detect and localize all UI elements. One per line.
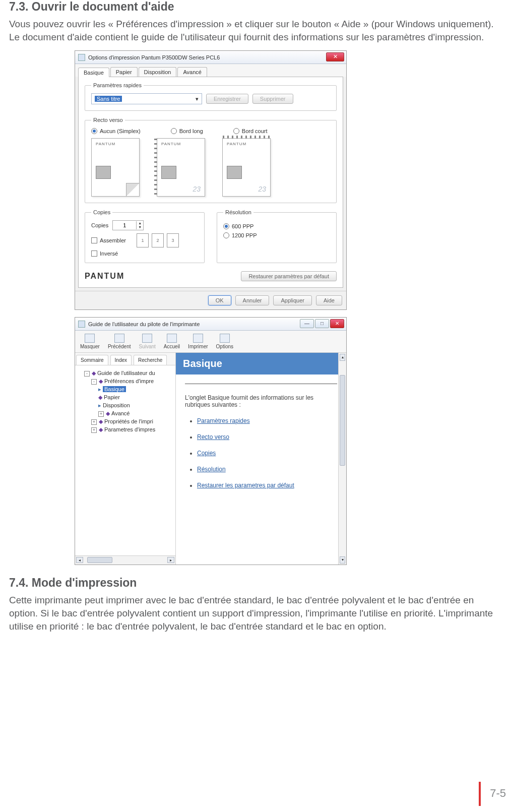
tree-params[interactable]: Parametres d'impres [104, 426, 155, 432]
radio-simplex-label: Aucun (Simplex) [100, 128, 141, 134]
copies-spinner[interactable]: ▲▼ [112, 220, 144, 230]
apply-button[interactable]: Appliquer [273, 295, 311, 305]
minimize-icon[interactable]: ― [300, 319, 314, 328]
ok-button[interactable]: OK [208, 295, 231, 305]
radio-short-label: Bord court [242, 128, 268, 134]
tab-papier[interactable]: Papier [110, 67, 138, 77]
navtab-search[interactable]: Recherche [134, 355, 167, 365]
tree-prefs[interactable]: Préférences d'impre [104, 378, 154, 384]
navtab-summary[interactable]: Sommaire [76, 355, 108, 365]
group-resolution: Résolution 600 PPP 1200 PPP [217, 209, 337, 263]
toolbar-back[interactable]: Précédent [108, 334, 131, 349]
page-number: 7-5 [479, 782, 506, 806]
cancel-button[interactable]: Annuler [235, 295, 270, 305]
link-restore-defaults[interactable]: Restaurer les parametres par défaut [197, 482, 294, 489]
radio-1200ppp[interactable]: 1200 PPP [223, 232, 330, 238]
hide-icon [85, 334, 95, 343]
tree-basique[interactable]: Basique [103, 386, 126, 392]
tree-disposition[interactable]: Disposition [103, 402, 130, 408]
heading-7-4: 7.4. Mode d'impression [9, 576, 502, 590]
checkbox-inverse[interactable]: Inversé [91, 251, 198, 257]
toolbar-hide[interactable]: Masquer [80, 334, 100, 349]
duplex-thumb-simplex [91, 138, 142, 197]
link-resolution[interactable]: Résolution [197, 466, 226, 473]
scroll-left-icon[interactable]: ◂ [76, 557, 83, 563]
group-duplex: Recto verso Aucun (Simplex) Bord long Bo… [85, 117, 337, 203]
tab-avance[interactable]: Avancé [177, 67, 207, 77]
divider [185, 384, 337, 384]
heading-7-3: 7.3. Ouvrir le document d'aide [9, 0, 502, 14]
scroll-thumb[interactable] [87, 557, 112, 563]
close-icon[interactable]: ✕ [330, 319, 344, 328]
restore-defaults-button[interactable]: Restaurer paramètres par défaut [241, 271, 337, 281]
content-vertical-scrollbar[interactable]: ▴ ▾ [338, 353, 346, 565]
tree-root[interactable]: Guide de l'utilisateur du [97, 370, 155, 376]
copies-input[interactable] [113, 221, 136, 230]
radio-short-edge[interactable]: Bord court [233, 128, 268, 134]
help-content-pane: Basique L'onglet Basique fournit des inf… [176, 353, 346, 565]
para-7-3: Vous pouvez ouvrir les « Préférences d'i… [9, 18, 502, 43]
book-icon: ◆ [99, 378, 103, 384]
tab-basique[interactable]: Basique [78, 68, 109, 77]
page-icon: ▸ [98, 402, 101, 408]
para-7-4: Cette imprimante peut imprimer avec le b… [9, 594, 502, 633]
delete-button[interactable]: Supprimer [252, 94, 293, 104]
brand-logo: PANTUM [85, 272, 124, 281]
save-button[interactable]: Enregistrer [206, 94, 248, 104]
toolbar-forward: Suivant [139, 334, 156, 349]
tab-disposition[interactable]: Disposition [139, 67, 177, 77]
toolbar-home[interactable]: Accueil [164, 334, 180, 349]
navtab-index[interactable]: Index [110, 355, 132, 365]
help-nav-pane: Sommaire Index Recherche -◆Guide de l'ut… [75, 353, 176, 565]
tree-horizontal-scrollbar[interactable]: ◂ ▸ [75, 555, 175, 565]
tree-papier[interactable]: Papier [104, 394, 120, 400]
toolbar-print[interactable]: Imprimer [188, 334, 208, 349]
toolbar-options[interactable]: Options [216, 334, 233, 349]
help-button[interactable]: Aide [316, 295, 342, 305]
scroll-up-icon[interactable]: ▴ [340, 354, 345, 361]
tab-panel-basique: Paramètres rapides Sans titre ▾ Enregist… [78, 77, 343, 288]
duplex-thumb-long: 23 [157, 138, 207, 197]
tree-toggle-icon[interactable]: + [98, 411, 104, 417]
link-recto-verso[interactable]: Recto verso [197, 433, 229, 441]
book-icon: ◆ [92, 370, 96, 376]
link-quick-settings[interactable]: Paramètres rapides [197, 417, 250, 424]
toolbar-home-label: Accueil [164, 344, 180, 349]
scroll-right-icon[interactable]: ▸ [167, 557, 174, 563]
options-icon [220, 334, 230, 343]
scroll-down-icon[interactable]: ▾ [340, 556, 345, 564]
help-titlebar[interactable]: Guide de l'utilisateur du pilote de l'im… [75, 318, 346, 331]
content-intro: L'onglet Basique fournit des information… [185, 394, 337, 408]
spin-up-icon[interactable]: ▲ [136, 221, 143, 225]
tree-props[interactable]: Propriétés de l'impri [104, 418, 153, 424]
chevron-down-icon: ▾ [196, 96, 199, 102]
tree-toggle-icon[interactable]: - [91, 379, 97, 385]
checkbox-assemble[interactable]: Assembler 123 [91, 233, 198, 247]
spin-down-icon[interactable]: ▼ [136, 225, 143, 229]
inverse-label: Inversé [100, 251, 118, 257]
tab-bar: Basique Papier Disposition Avancé [75, 64, 346, 77]
tree-toggle-icon[interactable]: - [84, 371, 90, 377]
help-tree[interactable]: -◆Guide de l'utilisateur du -◆Préférence… [75, 365, 175, 555]
maximize-icon[interactable]: □ [315, 319, 329, 328]
tree-toggle-icon[interactable]: + [91, 427, 97, 433]
home-icon [167, 334, 177, 343]
dialog-title: Options d'impression Pantum P3500DW Seri… [88, 54, 220, 60]
quick-settings-combo[interactable]: Sans titre ▾ [91, 93, 202, 104]
scroll-thumb[interactable] [340, 375, 345, 466]
tree-avance[interactable]: Avancé [111, 410, 130, 416]
radio-long-label: Bord long [179, 128, 203, 134]
quick-settings-selected: Sans titre [95, 96, 122, 102]
toolbar-back-label: Précédent [108, 344, 131, 349]
radio-long-edge[interactable]: Bord long [171, 128, 203, 134]
radio-1200-label: 1200 PPP [232, 232, 257, 238]
printer-icon [78, 54, 85, 61]
radio-simplex[interactable]: Aucun (Simplex) [91, 128, 141, 134]
link-copies[interactable]: Copies [197, 450, 216, 457]
tree-toggle-icon[interactable]: + [91, 419, 97, 425]
dialog-titlebar[interactable]: Options d'impression Pantum P3500DW Seri… [75, 51, 346, 64]
help-title: Guide de l'utilisateur du pilote de l'im… [88, 321, 200, 327]
radio-600ppp[interactable]: 600 PPP [223, 223, 330, 229]
close-icon[interactable]: ✕ [326, 52, 344, 61]
group-duplex-legend: Recto verso [91, 117, 125, 123]
